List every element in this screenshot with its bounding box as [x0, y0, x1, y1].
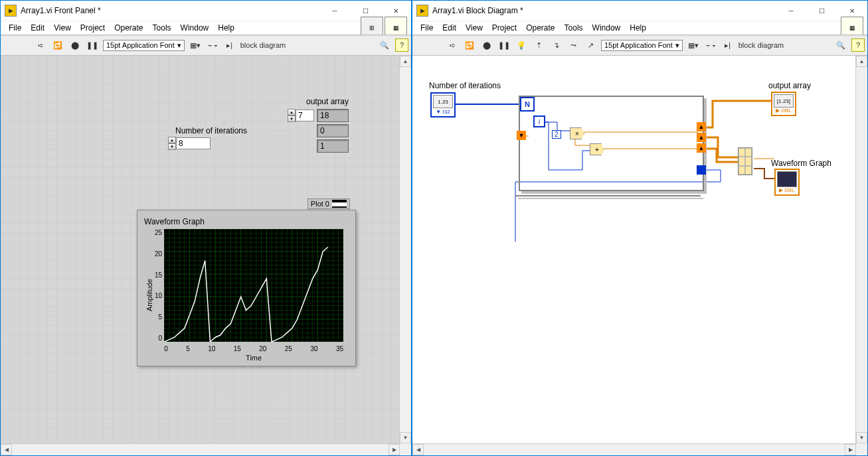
- highlight-button[interactable]: 💡: [515, 38, 528, 52]
- search-icon[interactable]: 🔍: [834, 38, 847, 52]
- menu-edit[interactable]: Edit: [27, 22, 48, 34]
- array-index-spinner[interactable]: ▲▼: [288, 109, 296, 122]
- vscrollbar-block[interactable]: ▲ ▼: [855, 56, 867, 443]
- menu-file[interactable]: File: [5, 22, 25, 34]
- abort-button[interactable]: ⬤: [68, 38, 82, 52]
- maximize-button[interactable]: ☐: [806, 1, 837, 21]
- menu-operate[interactable]: Operate: [522, 22, 559, 34]
- step-out-button[interactable]: ↗: [584, 38, 597, 52]
- search-icon[interactable]: 🔍: [378, 38, 391, 52]
- loop-N-terminal[interactable]: N: [520, 97, 535, 112]
- tunnel-right-3[interactable]: ▲: [697, 143, 706, 153]
- menu-tools[interactable]: Tools: [561, 22, 587, 34]
- crumb-front[interactable]: block diagram: [240, 41, 286, 49]
- scroll-right-icon[interactable]: ▶: [389, 444, 400, 455]
- waveform-plot[interactable]: [164, 229, 343, 342]
- scroll-up-icon[interactable]: ▲: [400, 56, 411, 67]
- bd-graph-label: Waveform Graph: [771, 159, 831, 168]
- run-continuous-button[interactable]: 🔁: [463, 38, 476, 52]
- loop-i-terminal[interactable]: i: [533, 115, 545, 127]
- scroll-right-icon[interactable]: ▶: [845, 444, 856, 455]
- iterations-spinner[interactable]: ▲▼: [168, 137, 176, 150]
- shift-register-left[interactable]: ▼: [517, 131, 526, 140]
- retain-wire-button[interactable]: ⇡: [532, 38, 545, 52]
- scroll-left-icon[interactable]: ◀: [412, 444, 424, 455]
- distribute-button[interactable]: ⫟▾: [206, 38, 219, 52]
- window-title-front: Array1.vi Front Panel *: [21, 6, 319, 15]
- x-axis-label: Time: [164, 354, 343, 362]
- bd-output-array-terminal[interactable]: [1.23]▶ DBL: [771, 92, 796, 116]
- minimize-button[interactable]: ─: [776, 1, 806, 21]
- menu-tools[interactable]: Tools: [149, 22, 175, 34]
- hscrollbar-block[interactable]: ◀ ▶: [412, 443, 856, 455]
- menu-help[interactable]: Help: [214, 22, 238, 34]
- x-ticks: 05101520253035: [164, 344, 343, 352]
- pause-button[interactable]: ❚❚: [86, 38, 99, 52]
- menubar-block: File Edit View Project Operate Tools Win…: [412, 21, 867, 35]
- iterations-input[interactable]: [176, 137, 211, 149]
- graph-title: Waveform Graph: [144, 217, 349, 226]
- titlebar-front: Array1.vi Front Panel * ─ ☐ ✕: [1, 1, 411, 21]
- help-icon[interactable]: ?: [851, 38, 865, 52]
- hscrollbar-front[interactable]: ◀ ▶: [1, 443, 400, 455]
- block-diagram-canvas[interactable]: Number of iterations 1.23▼ I32 N i ▼ ▲ ▲…: [412, 56, 855, 443]
- distribute-button[interactable]: ⫟▾: [704, 38, 717, 52]
- run-button[interactable]: ➪: [34, 38, 47, 52]
- bundle-node[interactable]: [738, 147, 752, 175]
- array-cell-1[interactable]: 0: [317, 124, 349, 137]
- menu-window[interactable]: Window: [588, 22, 625, 34]
- help-icon[interactable]: ?: [395, 38, 408, 52]
- font-selector[interactable]: 15pt Application Font▾: [601, 40, 683, 51]
- graph-legend[interactable]: Plot 0: [307, 198, 350, 209]
- array-cell-0[interactable]: 18: [317, 109, 349, 122]
- menu-edit[interactable]: Edit: [438, 22, 460, 34]
- menu-view[interactable]: View: [462, 22, 487, 34]
- step-into-button[interactable]: ↴: [549, 38, 563, 52]
- output-array-label: output array: [306, 97, 349, 106]
- minimize-button[interactable]: ─: [319, 1, 350, 21]
- menu-window[interactable]: Window: [177, 22, 213, 34]
- shift-register-right-1[interactable]: ▲: [697, 122, 706, 131]
- run-continuous-button[interactable]: 🔁: [51, 38, 64, 52]
- crumb-block[interactable]: block diagram: [738, 41, 784, 49]
- step-over-button[interactable]: ⤳: [566, 38, 580, 52]
- labview-icon: [416, 5, 428, 17]
- tunnel-right-4[interactable]: [697, 165, 706, 175]
- front-panel-canvas[interactable]: Number of iterations ▲▼ output array ▲▼ …: [1, 56, 399, 443]
- menu-file[interactable]: File: [416, 22, 437, 34]
- bd-graph-terminal[interactable]: ▶ DBL: [774, 169, 800, 196]
- bd-output-array-label: output array: [768, 81, 811, 90]
- menu-operate[interactable]: Operate: [110, 22, 147, 34]
- for-loop-shadow: [515, 195, 701, 196]
- multiply-node[interactable]: ×: [570, 127, 584, 139]
- iterations-label: Number of iterations: [175, 126, 247, 135]
- align-button[interactable]: ▦▾: [189, 38, 202, 52]
- array-index-input[interactable]: [296, 110, 314, 121]
- scroll-up-icon[interactable]: ▲: [856, 56, 867, 67]
- reorder-button[interactable]: ▸|: [223, 38, 236, 52]
- titlebar-block: Array1.vi Block Diagram * ─ ☐ ✕: [412, 1, 867, 21]
- menu-help[interactable]: Help: [626, 22, 650, 34]
- constant-2[interactable]: 2: [552, 130, 561, 139]
- font-selector[interactable]: 15pt Application Font▾: [103, 40, 185, 51]
- pause-button[interactable]: ❚❚: [497, 38, 511, 52]
- bd-iterations-terminal[interactable]: 1.23▼ I32: [430, 92, 456, 117]
- bd-iterations-label: Number of iterations: [429, 81, 501, 90]
- add-node[interactable]: +: [590, 143, 604, 155]
- tunnel-right-2[interactable]: ▲: [697, 133, 706, 142]
- scroll-left-icon[interactable]: ◀: [1, 444, 12, 455]
- menu-project[interactable]: Project: [488, 22, 521, 34]
- menubar-front: File Edit View Project Operate Tools Win…: [1, 21, 411, 35]
- scroll-down-icon[interactable]: ▼: [856, 432, 867, 443]
- menu-view[interactable]: View: [50, 22, 75, 34]
- abort-button[interactable]: ⬤: [480, 38, 493, 52]
- toolbar-block: ➪ 🔁 ⬤ ❚❚ 💡 ⇡ ↴ ⤳ ↗ 15pt Application Font…: [412, 35, 867, 56]
- menu-project[interactable]: Project: [76, 22, 109, 34]
- for-loop[interactable]: [519, 96, 704, 191]
- run-button[interactable]: ➪: [446, 38, 459, 52]
- vscrollbar-front[interactable]: ▲ ▼: [399, 56, 411, 443]
- array-cell-2[interactable]: 1: [317, 139, 349, 153]
- reorder-button[interactable]: ▸|: [721, 38, 735, 52]
- align-button[interactable]: ▦▾: [687, 38, 700, 52]
- scroll-down-icon[interactable]: ▼: [400, 432, 411, 443]
